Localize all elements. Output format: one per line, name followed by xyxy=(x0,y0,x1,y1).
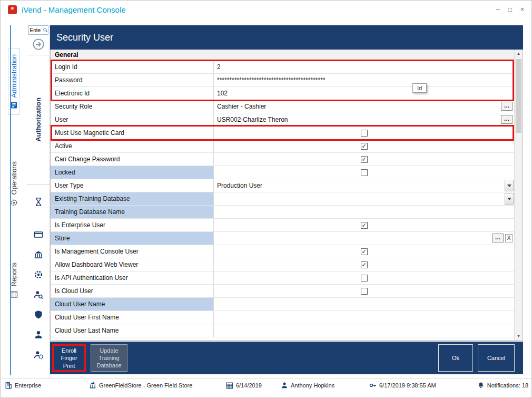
checkbox[interactable] xyxy=(361,288,368,295)
checkbox[interactable] xyxy=(361,130,368,137)
checkbox[interactable]: ✓ xyxy=(361,222,368,229)
row-value[interactable]: 2 xyxy=(214,61,514,73)
status-text: 6/17/2019 9:38:55 AM xyxy=(379,382,436,389)
close-button[interactable]: × xyxy=(520,6,524,13)
row-value: ✓ xyxy=(214,258,514,271)
vertical-scrollbar[interactable]: ▲ ▼ xyxy=(514,50,523,340)
row-value[interactable]: ****************************************… xyxy=(214,74,514,86)
status-text: 6/14/2019 xyxy=(236,382,262,389)
scroll-down-arrow[interactable]: ▼ xyxy=(515,332,523,340)
row-value[interactable]: USR002-Charlize Theron… xyxy=(214,113,514,126)
status-current-user[interactable]: Anthony Hopkins xyxy=(281,378,334,392)
row-value: ✓ xyxy=(214,245,514,258)
row-label: Login Id xyxy=(51,61,214,73)
status-enterprise[interactable]: Enterprise xyxy=(5,378,41,392)
row-value[interactable] xyxy=(214,324,514,337)
row-value[interactable]: Cashier - Cashier… xyxy=(214,100,514,113)
form-row: Cloud User Name xyxy=(51,298,514,311)
form-row: Is Enterprise User✓ xyxy=(51,219,514,232)
row-value-text: Production User xyxy=(217,182,262,189)
content-panel: Security User General Login Id2Password*… xyxy=(50,25,523,378)
search-input[interactable] xyxy=(29,27,43,34)
row-value-text: 102 xyxy=(217,90,228,97)
ellipsis-button[interactable]: … xyxy=(492,234,504,242)
bank-icon[interactable] xyxy=(34,250,43,259)
tooltip: Id xyxy=(412,83,427,93)
ellipsis-button[interactable]: … xyxy=(501,102,513,111)
form-row: Cloud User Last Name xyxy=(51,324,514,337)
form-rows: Login Id2Password***********************… xyxy=(51,61,514,337)
row-label: Is Enterprise User xyxy=(51,219,214,231)
form-row: Existing Training Database xyxy=(51,192,514,206)
ellipsis-button[interactable]: … xyxy=(501,115,513,124)
dropdown-button[interactable] xyxy=(505,180,514,191)
search-icon[interactable] xyxy=(43,27,48,33)
checkbox[interactable] xyxy=(361,169,368,176)
user-search-icon[interactable] xyxy=(34,290,43,299)
tab-label: Administration xyxy=(10,54,18,98)
update-training-database-button[interactable]: Update Training Database xyxy=(91,344,127,372)
row-value[interactable] xyxy=(214,192,514,205)
row-value-text: USR002-Charlize Theron xyxy=(217,116,288,123)
checkbox[interactable] xyxy=(361,275,368,281)
form-row: Must Use Magnetic Card xyxy=(51,127,514,140)
row-value: ✓ xyxy=(214,140,514,152)
row-value xyxy=(214,271,514,284)
row-label: Is Cloud User xyxy=(51,285,214,297)
row-value-text: 2 xyxy=(217,63,221,71)
checkbox[interactable]: ✓ xyxy=(361,156,368,163)
tab-label: Reports xyxy=(10,263,18,287)
dropdown-button[interactable] xyxy=(505,193,514,205)
row-value[interactable]: Production User xyxy=(214,179,514,192)
ok-button[interactable]: Ok xyxy=(438,344,473,372)
clear-button[interactable]: X xyxy=(505,234,513,242)
shield-icon[interactable] xyxy=(34,310,43,319)
maximize-button[interactable]: □ xyxy=(508,6,512,13)
user-settings-icon[interactable] xyxy=(34,350,43,360)
checkbox[interactable]: ✓ xyxy=(361,261,368,268)
form-row: Is Cloud User xyxy=(51,285,514,298)
status-login-time[interactable]: 6/17/2019 9:38:55 AM xyxy=(369,378,436,392)
chevron-down-icon xyxy=(507,185,511,189)
checkbox[interactable]: ✓ xyxy=(361,248,368,255)
app-logo-icon: * xyxy=(8,5,17,14)
tab-administration[interactable]: Administration xyxy=(8,48,20,115)
form-row: Is Management Console User✓ xyxy=(51,245,514,258)
form-row: Allow Dashboard Web Viewer✓ xyxy=(51,258,514,271)
go-button[interactable] xyxy=(32,38,45,51)
cancel-button[interactable]: Cancel xyxy=(478,344,515,372)
form-row: UserUSR002-Charlize Theron… xyxy=(51,113,514,127)
row-label: Locked xyxy=(51,166,214,179)
window-title: iVend - Management Console xyxy=(22,5,126,14)
scroll-up-arrow[interactable]: ▲ xyxy=(515,50,523,57)
row-label: User Type xyxy=(51,179,214,192)
row-label: Must Use Magnetic Card xyxy=(51,127,214,139)
payment-card-icon[interactable] xyxy=(34,230,43,239)
scroll-thumb[interactable] xyxy=(516,59,521,133)
row-value xyxy=(214,285,514,297)
row-value[interactable]: 102 xyxy=(214,87,514,100)
row-value[interactable] xyxy=(214,311,514,324)
row-value[interactable]: …X xyxy=(214,232,514,245)
status-business-date[interactable]: 6/14/2019 xyxy=(226,378,262,392)
row-value[interactable] xyxy=(214,298,514,310)
minimize-button[interactable]: – xyxy=(496,6,500,13)
key-icon xyxy=(369,382,377,389)
chevron-down-icon xyxy=(507,198,511,202)
checkbox[interactable]: ✓ xyxy=(361,143,368,150)
bell-icon xyxy=(477,382,485,389)
status-store[interactable]: GreenFieldStore - Green Field Store xyxy=(89,378,192,392)
user-icon[interactable] xyxy=(34,330,43,339)
row-label: Can Change Password xyxy=(51,153,214,166)
status-notifications[interactable]: Notifications: 18 xyxy=(477,378,528,392)
hourglass-icon[interactable] xyxy=(34,197,43,207)
status-text: GreenFieldStore - Green Field Store xyxy=(99,382,192,389)
row-value[interactable] xyxy=(214,206,514,218)
row-label: Active xyxy=(51,140,214,152)
row-value xyxy=(214,127,514,139)
enroll-fingerprint-button[interactable]: Enroll Finger Print xyxy=(52,344,86,372)
tools-gear-icon[interactable] xyxy=(34,270,43,279)
status-text: Notifications: 18 xyxy=(487,382,528,389)
section-header[interactable]: General xyxy=(51,50,514,61)
panel-authorization[interactable]: Authorization xyxy=(27,55,50,185)
